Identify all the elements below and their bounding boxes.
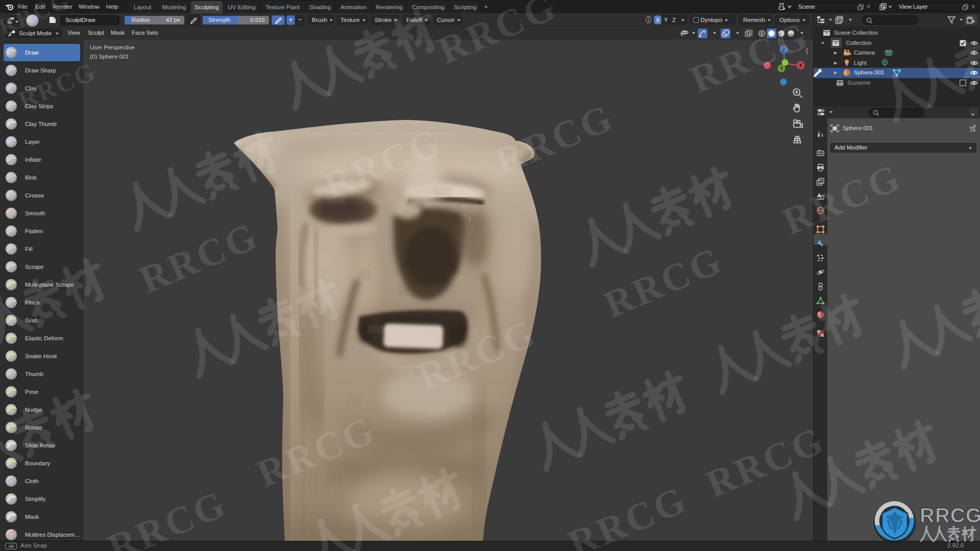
svg-text:X: X: [799, 63, 802, 68]
svg-text:Z: Z: [782, 47, 785, 53]
svg-text:Y: Y: [780, 66, 783, 71]
svg-text:RRCG: RRCG: [920, 504, 980, 527]
